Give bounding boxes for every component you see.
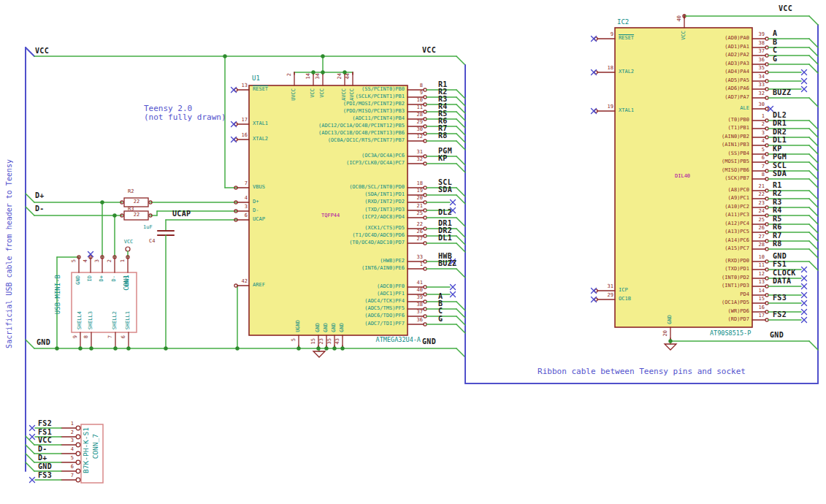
- usb-value: USB-MINI-B: [55, 275, 61, 314]
- pin-name: (AD7)PA7: [724, 95, 749, 100]
- pin-name: SHELL3: [88, 311, 93, 329]
- bus-entry: [456, 316, 465, 325]
- pin-name: (OC3A/OC4A)PC6: [362, 153, 405, 159]
- pin-name: (SS)PB4: [727, 151, 749, 156]
- bus-entry: [456, 156, 465, 165]
- pin-name: (A13)PC5: [724, 229, 749, 234]
- pin-number: 24: [759, 209, 765, 214]
- net-label: R5: [773, 215, 782, 223]
- pin-name: RESET: [619, 36, 634, 41]
- junction-dot: [321, 70, 324, 74]
- pin-name: D+: [99, 275, 104, 281]
- bus-entry: [809, 56, 818, 64]
- bus-entry: [456, 188, 465, 196]
- pin-name: (A9)PC1: [727, 196, 749, 201]
- pin-number: 5: [72, 259, 77, 262]
- pin-name: (WR)PD6: [727, 309, 749, 314]
- net-label: A: [773, 30, 777, 37]
- pin-number: 8: [84, 335, 89, 338]
- junction-dot: [126, 346, 130, 350]
- pin-name: (ADC1)PF1: [377, 291, 405, 297]
- net-label: R6: [773, 224, 782, 231]
- pin-number: 6: [71, 465, 74, 470]
- pin-number: 27: [759, 234, 765, 240]
- pin-name: SHELL1: [126, 311, 131, 329]
- pin-name: (ADC0)PF0: [377, 284, 405, 289]
- pin-number: 38: [417, 302, 423, 308]
- bus-entry: [809, 64, 818, 73]
- pin-name: D-: [253, 208, 259, 213]
- pin-number: 34: [316, 73, 321, 79]
- ic2-reference: IC2: [617, 19, 629, 26]
- net-label-gnd-mid: GND: [422, 338, 436, 345]
- pin-name: (T0/OC4D/ADC10)PD7: [349, 240, 405, 245]
- pin-name: (INT1)PD3: [722, 283, 749, 289]
- pin-number: 30: [759, 102, 765, 107]
- net-label: BUZZ: [773, 89, 791, 96]
- pin-name: VCC: [310, 88, 316, 98]
- net-label-dminus: D-: [35, 205, 45, 213]
- bus-entry: [456, 309, 465, 318]
- net-label: SCL: [773, 162, 787, 169]
- vcc-flag-symbol: [126, 247, 130, 251]
- junction-dot: [89, 346, 93, 350]
- pin-name: VBUS: [253, 185, 265, 190]
- junction-dot: [324, 346, 328, 350]
- pin-name: (ICP2/ADC8)PD4: [362, 215, 405, 220]
- bus-entry: [809, 121, 818, 129]
- bus-entry: [809, 154, 818, 163]
- pin-circle: [76, 460, 80, 465]
- bus-entry: [456, 348, 465, 357]
- pin-number: 41: [417, 280, 423, 286]
- pin-number: 37: [417, 310, 423, 315]
- pin-name: (T1/OC4D/ADC9)PD6: [352, 233, 405, 238]
- conn7-value: B7K-PH-K-S1: [83, 427, 90, 473]
- pin-name: (A14)PC6: [724, 238, 749, 243]
- bus-entry: [809, 16, 818, 25]
- pin-name: (ADC4/TCK)PF4: [364, 299, 405, 304]
- bus-entry: [26, 462, 34, 471]
- pin-number: 6: [121, 335, 126, 338]
- net-label: VCC: [38, 437, 52, 444]
- net-label-vcc-left: VCC: [35, 47, 49, 55]
- pin-name: OC1B: [619, 297, 631, 302]
- pin-name: (ADC11/PCINT4)PB4: [352, 116, 405, 121]
- pin-name: GND: [76, 275, 81, 285]
- pin-number: 6: [245, 213, 248, 218]
- bus-entry: [26, 454, 34, 462]
- bus-entry: [809, 241, 818, 250]
- pin-number: 19: [608, 104, 613, 110]
- pin-number: 2: [287, 73, 292, 76]
- pin-name: (SS/PCINT0)PB0: [362, 87, 405, 92]
- net-label: FS3: [773, 294, 787, 302]
- gnd-symbol: [313, 351, 325, 357]
- conn7-reference: CONN_7: [92, 434, 99, 459]
- pin-name: (ADC6/TDO)PF6: [364, 313, 405, 318]
- bus-entry: [809, 39, 818, 47]
- pin-number: 15: [759, 297, 765, 302]
- pin-number: 1: [71, 421, 74, 427]
- junction-dot: [316, 346, 320, 350]
- pin-name: (RXD/INT2)PD2: [364, 199, 405, 205]
- net-label: C: [438, 308, 443, 315]
- pin-name: VCC: [320, 88, 325, 98]
- net-label: KP: [438, 155, 448, 162]
- net-label: R7: [773, 232, 782, 240]
- pin-number: 17: [759, 313, 765, 318]
- net-label: DATA: [773, 278, 791, 285]
- pin-name: (OC0B/SCL/INT0)PD0: [349, 185, 405, 190]
- pin-number: 14: [306, 73, 311, 79]
- bus-entry: [456, 229, 465, 237]
- net-label: CLOCK: [773, 270, 796, 277]
- bus-entry: [456, 243, 465, 252]
- pin-name: (SCLK/PCINT1)PB1: [356, 94, 405, 99]
- pin-number: 19: [417, 188, 423, 194]
- bus-entry: [456, 195, 465, 204]
- r3-value: 22: [134, 213, 139, 218]
- pin-number: 35: [327, 338, 332, 344]
- pin-number: 2: [107, 259, 112, 262]
- pin-number: 22: [417, 222, 423, 227]
- bus-entry: [809, 207, 818, 216]
- pin-number: 4: [71, 447, 74, 452]
- pin-name: (A15)PC7: [724, 246, 749, 251]
